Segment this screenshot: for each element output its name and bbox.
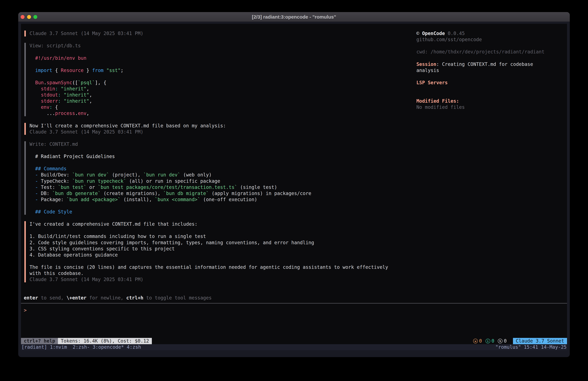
text-segment-c1: `bun db generate` (52, 191, 101, 196)
markdown-bullet-db: - DB: `bun db generate` (create migratio… (35, 190, 311, 197)
code-line-shebang: #!/usr/bin/env bun (35, 55, 86, 61)
markdown-bullet-typecheck: - TypeCheck: `bun run typecheck` (all) o… (35, 178, 220, 184)
assistant-list-item: 2. Code style guidelines covering import… (30, 240, 314, 246)
hint-icon: h (498, 339, 503, 343)
assistant-message-bar (24, 30, 26, 37)
tmux-statusbar: [radiant] 1:nvim 2:zsh- 3:opencode* 4:zs… (21, 344, 567, 350)
info-counter: i 0 (485, 338, 494, 344)
text-segment-i (35, 92, 41, 98)
text-segment-d: - (35, 179, 38, 184)
assistant-list-item: 4. Database operations guidance (30, 252, 118, 258)
hint-counter: h 0 (498, 338, 507, 344)
text-segment-t1: DB: (38, 191, 52, 196)
markdown-h2-commands: ## Commands (35, 166, 66, 172)
text-segment-version: 0.0.45 (445, 31, 465, 36)
text-segment-c: : (58, 92, 61, 98)
session-line: Session: Creating CONTEXT.md for codebas… (416, 61, 533, 67)
text-segment-session-label: Session (416, 62, 436, 67)
text-segment-d1: ... (47, 111, 55, 116)
text-segment-d: - (35, 197, 38, 202)
markdown-bullet-package: - Package: `bun add <package>` (install)… (35, 197, 257, 202)
terminal-window: [2/3] radiant:3:opencode - "romulus" Cla… (18, 12, 570, 357)
text-segment-c2: `bunx <command>` (155, 197, 200, 202)
text-segment-d: - (35, 191, 38, 196)
input-separator (21, 303, 567, 304)
text-segment-c2: `bun run dev` (143, 172, 180, 178)
warning-icon: w (473, 339, 478, 343)
text-segment-k1: import (35, 68, 52, 73)
text-segment-sp (52, 104, 55, 110)
text-segment-key3: ctrl+h (126, 295, 144, 301)
text-segment-c1: `bun test` (58, 184, 86, 190)
text-segment-c2: `bun test packages/core/test/transaction… (98, 184, 237, 190)
terminal-content[interactable]: Claude 3.7 Sonnet (14 May 2025 03:41 PM)… (21, 24, 567, 350)
text-segment-t2: or (86, 184, 98, 190)
text-segment-i (35, 104, 41, 110)
repo-link: github.com/sst/opencode (416, 37, 482, 43)
text-segment-t3: (web only) (180, 172, 212, 178)
tool-block-bar (24, 141, 26, 215)
text-segment-i (35, 111, 47, 116)
assistant-message-header: Claude 3.7 Sonnet (14 May 2025 03:41 PM) (30, 129, 144, 135)
warning-counter: w 0 (473, 338, 482, 344)
text-segment-logo-name: OpenCode (419, 31, 445, 36)
text-segment-t3: to toggle tool messages (143, 295, 211, 301)
text-segment-e: , (89, 92, 92, 98)
text-segment-n1: process (55, 111, 75, 116)
text-segment-n1: Bun (35, 80, 44, 85)
code-line-stdin: stdin: "inherit", (35, 86, 89, 92)
text-segment-c: : (55, 86, 58, 91)
hint-count: 0 (504, 338, 507, 344)
text-segment-session-colon: : (436, 62, 442, 67)
text-segment-e: { (55, 104, 58, 110)
assistant-message-text: Now I'll create a comprehensive CONTEXT.… (30, 123, 226, 129)
markdown-bullet-build: - Build/Dev: `bun run dev` (project), `b… (35, 172, 212, 178)
help-badge[interactable]: ctrl+? help (21, 338, 58, 344)
assistant-list-item: 1. Build/lint/test commands including ho… (30, 233, 206, 239)
text-segment-n: stdin (41, 86, 55, 91)
text-segment-k2: from (92, 68, 104, 73)
text-segment-p1: { (52, 68, 61, 73)
opencode-statusbar: ctrl+? help Tokens: 16.4K (8%), Cost: $0… (21, 338, 567, 344)
tmux-windows-list[interactable]: [radiant] 1:nvim 2:zsh- 3:opencode* 4:zs… (21, 344, 141, 350)
text-segment-c1: `bun run dev` (72, 172, 109, 178)
text-segment-n: env (41, 104, 49, 110)
text-segment-c: : (49, 104, 52, 110)
text-segment-sp (61, 92, 64, 98)
text-segment-s: "inherit" (64, 92, 89, 98)
session-line-wrap: analysis (416, 67, 439, 73)
text-segment-session-value-line1: Creating CONTEXT.md for codebase (442, 62, 533, 67)
assistant-list-item: 3. CSS styling conventions specific to t… (30, 246, 175, 252)
view-tool-title: View: script/db.ts (30, 43, 81, 49)
text-segment-t2: (all) or run in specific package (126, 179, 220, 184)
text-segment-n2: spawnSync (47, 80, 72, 85)
code-line-spawnsync: Bun.spawnSync([`psql`], { (35, 80, 106, 86)
code-line-env: env: { (35, 104, 58, 110)
assistant-message-line: with this codebase. (30, 270, 84, 276)
text-segment-n: stdout (41, 92, 58, 98)
text-segment-n: stderr (41, 98, 58, 104)
assistant-message-line: The file is concise (20 lines) and captu… (30, 264, 388, 270)
text-segment-p1: . (44, 80, 47, 85)
assistant-message-line: I've created a comprehensive CONTEXT.md … (30, 221, 197, 227)
window-titlebar[interactable]: [2/3] radiant:3:opencode - "romulus" (18, 12, 570, 22)
text-segment-e: , (86, 86, 89, 91)
opencode-logo: © OpenCode 0.0.45 (416, 30, 465, 37)
model-badge[interactable]: Claude 3.7 Sonnet (513, 338, 567, 344)
text-segment-c1: `bun run typecheck` (72, 179, 126, 184)
input-prompt[interactable]: > (24, 307, 27, 313)
text-segment-s: "inherit" (61, 86, 86, 91)
tokens-cost-badge: Tokens: 16.4K (8%), Cost: $0.12 (58, 338, 152, 344)
text-segment-t1: Build/Dev: (38, 172, 72, 178)
text-segment-s1: `psql` (78, 80, 95, 85)
text-segment-t3: (apply migrations) in packages/core (209, 191, 311, 196)
text-segment-t1: Package: (38, 197, 66, 202)
text-segment-s: "inherit" (64, 98, 89, 104)
text-segment-key2: \+enter (66, 295, 86, 301)
text-segment-t1: to send, (38, 295, 66, 301)
assistant-message-bar (24, 221, 26, 282)
text-segment-c2: `bun db migrate` (163, 191, 209, 196)
text-segment-d2: . (75, 111, 78, 116)
text-segment-p4: ; (121, 68, 124, 73)
text-segment-p2: ([ (72, 80, 78, 85)
